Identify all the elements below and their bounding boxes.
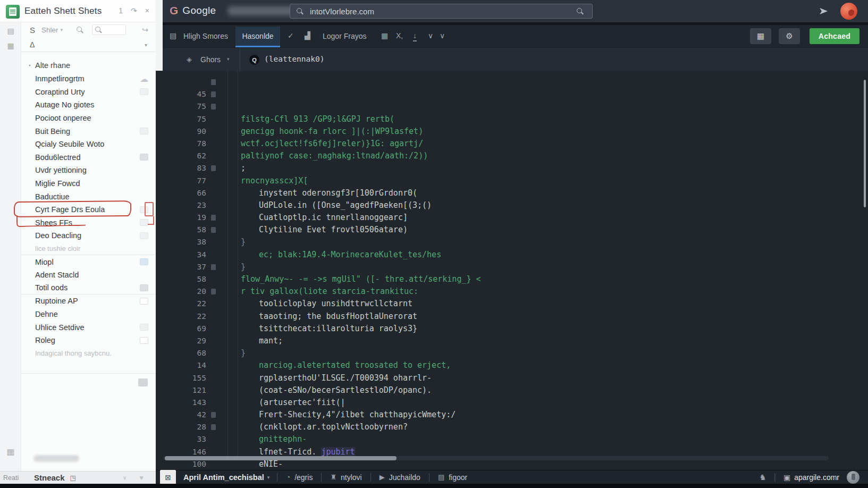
rail-tool-icon[interactable] xyxy=(0,332,21,350)
gutter-marker-icon[interactable] xyxy=(211,412,216,418)
calendar-button[interactable]: ▦ xyxy=(750,28,771,44)
gutter-marker-icon[interactable] xyxy=(211,289,216,295)
menu-item[interactable]: Totil oods xyxy=(21,282,156,295)
menu-item[interactable]: Indagical thong saybcnu. xyxy=(21,347,156,360)
heart-icon[interactable]: ♥ xyxy=(139,474,144,482)
primary-action-button[interactable]: Achcaed xyxy=(810,28,859,44)
status-item[interactable]: ▤ figoor xyxy=(429,473,476,482)
rail-tool-icon[interactable] xyxy=(0,259,21,277)
forward-icon[interactable]: ↪ xyxy=(142,26,148,34)
check-icon[interactable]: ✓ xyxy=(288,31,294,40)
toolbar-menu-high-smores[interactable]: Hligh Smores xyxy=(183,32,228,40)
rail-tool-icon[interactable] xyxy=(0,169,21,187)
rail-tool-icon[interactable] xyxy=(0,223,21,241)
horizontal-scrollbar-track[interactable] xyxy=(163,456,829,460)
code-editor[interactable]: 45 filstg-Cfl 913 /GP9;l&GPJ rertb( 75 g… xyxy=(156,71,868,458)
gutter-marker-icon[interactable] xyxy=(211,424,216,430)
menu-item[interactable]: Miopl xyxy=(21,255,156,268)
menu-item[interactable]: Miglie Fowcd xyxy=(21,177,156,190)
toolbar-menu-logor-frayos[interactable]: Logor Frayos xyxy=(323,32,366,40)
avatar[interactable] xyxy=(847,471,859,484)
chevron-down-icon[interactable]: ▾ xyxy=(227,56,230,62)
gutter-marker-icon[interactable] xyxy=(211,165,216,171)
rail-tool-icon[interactable] xyxy=(0,205,21,223)
menu-item[interactable]: Pocioot onperee xyxy=(21,112,156,125)
rail-tool-icon[interactable] xyxy=(0,296,21,314)
menu-item-label: Indagical thong saybcnu. xyxy=(35,349,112,357)
menu-item[interactable]: Cyrt Fage Drs Eoula xyxy=(21,203,156,216)
download-icon[interactable]: ↓ xyxy=(413,31,417,41)
sheet-tab-name[interactable]: Stneack xyxy=(34,473,65,482)
rail-panel-icon[interactable]: ▤ xyxy=(0,27,21,35)
rail-tool-icon[interactable] xyxy=(0,115,21,133)
horizontal-scrollbar-thumb[interactable] xyxy=(165,456,397,460)
mini-search-field[interactable] xyxy=(92,24,126,35)
gutter-marker-icon[interactable] xyxy=(211,79,216,85)
gutter-marker-icon[interactable] xyxy=(211,264,216,270)
grid-icon[interactable]: ▦ xyxy=(381,31,388,40)
vertical-scrollbar[interactable] xyxy=(864,80,866,207)
rail-tool-icon[interactable] xyxy=(0,241,21,259)
menu-item[interactable]: Adent Stacld xyxy=(21,268,156,282)
menu-item[interactable]: Roleg xyxy=(21,334,156,347)
status-item[interactable]: ▶ Juchaildo xyxy=(370,473,429,482)
menu-item[interactable]: Inmpetlirogrtm xyxy=(21,72,156,86)
menu-item[interactable]: Baductiue xyxy=(21,190,156,203)
style-dropdown[interactable]: Shler xyxy=(41,26,58,34)
rail-tool-icon[interactable] xyxy=(0,79,21,97)
menu-item[interactable]: Uhlice Setdive xyxy=(21,321,156,334)
rail-tool-icon[interactable] xyxy=(0,350,21,368)
rail-grid-icon[interactable]: ▦ xyxy=(0,41,21,50)
menu-item[interactable]: Buit Being xyxy=(21,124,156,138)
close-icon[interactable]: × xyxy=(145,6,149,15)
rail-tool-icon[interactable] xyxy=(0,314,21,332)
rail-tool-icon[interactable] xyxy=(0,277,21,296)
search-icon[interactable] xyxy=(77,27,83,33)
google-logo[interactable]: G Google xyxy=(170,4,216,17)
gutter-marker-icon[interactable] xyxy=(211,104,216,110)
chart-icon[interactable]: ▟ xyxy=(305,31,310,40)
tab-active[interactable]: Hasonlde xyxy=(235,27,280,47)
breadcrumb-symbol[interactable]: (leattennak0) xyxy=(264,55,325,63)
branch-name[interactable]: April Antim_cechisbal xyxy=(183,473,264,482)
menu-item[interactable]: lice tushie cloir xyxy=(21,242,156,256)
search-input[interactable]: intotVlorlebre.com xyxy=(290,4,593,19)
menu-item[interactable]: Coraptind Urty xyxy=(21,86,156,99)
menu-group-header[interactable]: ▼ Alte rhane xyxy=(21,58,156,72)
delta-icon[interactable]: Δ xyxy=(30,40,35,49)
app-launcher-button[interactable]: ⊠ xyxy=(160,470,176,484)
rail-tool-icon[interactable] xyxy=(0,151,21,169)
rail-calendar-icon[interactable]: ▦ xyxy=(0,447,21,457)
menu-item[interactable]: Bodu6lectred xyxy=(21,151,156,164)
status-item[interactable]: ♜ ntylovi xyxy=(321,473,370,482)
gutter-marker-icon[interactable] xyxy=(211,227,216,233)
rail-tool-icon[interactable] xyxy=(0,187,21,205)
chevron-down-icon[interactable]: ∨ xyxy=(428,31,433,40)
status-item[interactable]: ◔ /egris xyxy=(277,473,321,482)
gutter-marker-icon[interactable] xyxy=(211,215,216,221)
breadcrumb-scope[interactable]: Ghors xyxy=(200,55,221,64)
chevron-down-icon[interactable]: ∨ xyxy=(123,475,127,481)
search-icon[interactable] xyxy=(577,8,584,15)
send-icon[interactable]: ➤ xyxy=(819,5,828,17)
menu-item[interactable]: Dehne xyxy=(21,308,156,321)
menu-item[interactable]: Qcialy Seubile Woto xyxy=(21,138,156,151)
rail-tool-icon[interactable] xyxy=(0,97,21,115)
menu-item[interactable]: Shees FFs xyxy=(21,216,156,230)
redo-icon[interactable]: ↷ xyxy=(131,6,137,15)
format-currency-icon[interactable]: S xyxy=(30,26,35,35)
notification-icon[interactable]: ♞ xyxy=(759,473,766,482)
settings-button[interactable]: ⚙ xyxy=(779,28,800,44)
gutter-marker-icon[interactable] xyxy=(211,91,216,97)
menu-item[interactable]: Autage No giotes xyxy=(21,98,156,112)
rail-tool-icon[interactable] xyxy=(0,133,21,151)
cut-icon[interactable]: X, xyxy=(396,31,403,40)
chevron-down-icon[interactable]: ▾ xyxy=(145,42,147,48)
menu-item[interactable]: Ruptoine AP xyxy=(21,295,156,308)
avatar[interactable] xyxy=(840,3,857,20)
menu-item[interactable]: Deo Deacling xyxy=(21,229,156,242)
remote-host[interactable]: ▣ apargile.comr xyxy=(783,473,839,482)
chevron-down-icon[interactable]: ∨ xyxy=(440,31,445,40)
menu-item[interactable]: Uvdr yettioning xyxy=(21,164,156,177)
stack-icon[interactable]: ▤ xyxy=(170,31,176,40)
